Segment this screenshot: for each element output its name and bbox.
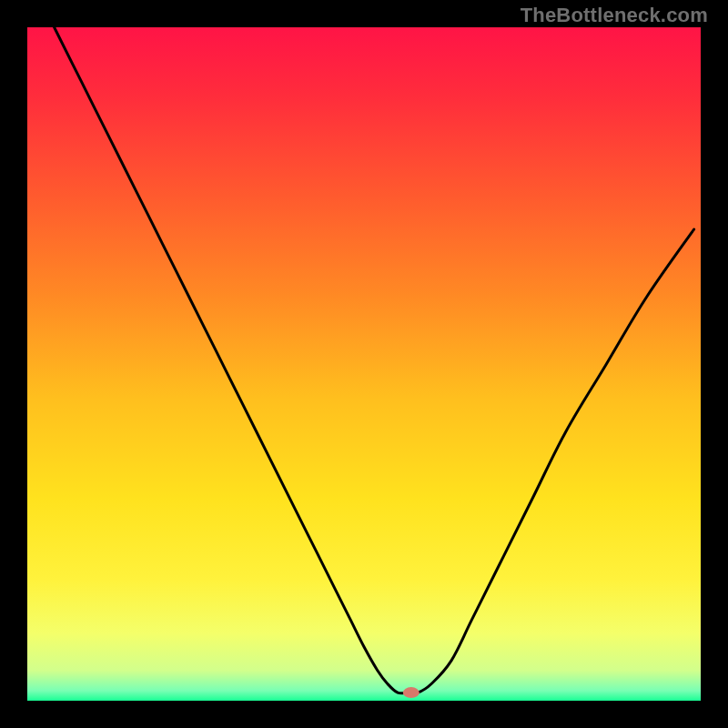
selected-point-marker: [403, 687, 420, 698]
chart-container: TheBottleneck.com: [0, 0, 728, 728]
gradient-background: [27, 27, 701, 701]
bottleneck-chart: [0, 0, 728, 728]
